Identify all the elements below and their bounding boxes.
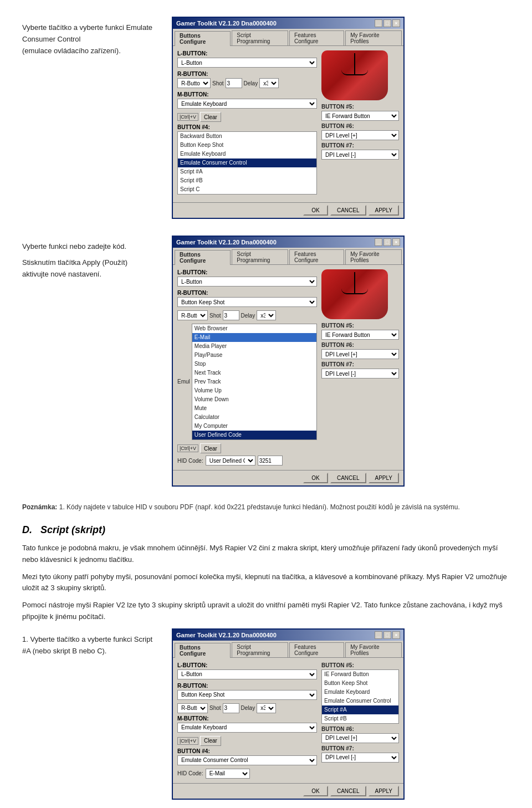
dropdown-item-scriptb[interactable]: Script #B <box>178 176 316 185</box>
m-button-select[interactable]: Emulate Keyboard <box>177 99 317 109</box>
d2-maximize-btn[interactable]: □ <box>383 238 391 246</box>
d3-tab-features[interactable]: Features Configure <box>289 642 344 657</box>
minimize-btn[interactable]: _ <box>375 19 382 27</box>
tab-my-favorite[interactable]: My Favorite Profiles <box>345 30 402 45</box>
d2-shot-input[interactable] <box>223 310 239 320</box>
r-button-select[interactable]: R-Button <box>177 78 211 88</box>
d3-apply-button[interactable]: APPLY <box>369 786 400 796</box>
d3-button6-select[interactable]: DPI Level [+] <box>321 733 399 743</box>
dropdown-item-emkeyboard[interactable]: Emulate Keyboard <box>178 150 316 158</box>
d2-delay-select[interactable]: x3.0 <box>257 310 276 320</box>
d2-r-button-select[interactable]: Button Keep Shot <box>177 297 317 307</box>
consumer-item-mute[interactable]: Mute <box>192 404 316 413</box>
d3-tab-favorite[interactable]: My Favorite Profiles <box>345 642 402 657</box>
consumer-item-playpause[interactable]: Play/Pause <box>192 351 316 360</box>
tab-features-configure[interactable]: Features Configure <box>289 30 344 45</box>
dialog2-content: L-BUTTON: L-Button R-BUTTON: Button Keep… <box>173 265 403 470</box>
d3-clear-button[interactable]: Clear <box>200 736 221 746</box>
clear-button[interactable]: Clear <box>200 112 221 122</box>
d3-b5-scripta[interactable]: Script #A <box>322 705 398 714</box>
d3-b5-emconsumer[interactable]: Emulate Consumer Control <box>322 697 398 705</box>
ok-button[interactable]: OK <box>303 205 328 216</box>
dropdown-item-scripta[interactable]: Script #A <box>178 167 316 176</box>
d3-l-button-select[interactable]: L-Button <box>177 669 317 679</box>
d2-tab-favorite[interactable]: My Favorite Profiles <box>345 249 402 264</box>
d3-m-button-select[interactable]: Emulate Keyboard <box>177 723 317 733</box>
tab-script-programming[interactable]: Script Programming <box>232 30 288 45</box>
d2-close-btn[interactable]: × <box>392 238 400 246</box>
consumer-item-stop[interactable]: Stop <box>192 360 316 369</box>
d2-r-config-row: R-Button Shot Delay x3.0 <box>177 310 317 320</box>
button6-select[interactable]: DPI Level [+] <box>321 130 399 140</box>
d2-button5-select[interactable]: IE Forward Button <box>321 330 399 340</box>
consumer-item-volumedown[interactable]: Volume Down <box>192 395 316 404</box>
delay-select[interactable]: x3.0 <box>259 78 279 88</box>
d2-tab-buttons[interactable]: Buttons Configure <box>175 250 231 265</box>
button5-select[interactable]: IE Forward Button <box>321 111 399 121</box>
d3-r-button-select[interactable]: Button Keep Shot <box>177 690 317 700</box>
d2-tab-features[interactable]: Features Configure <box>289 249 344 264</box>
d3-rbutton-select2[interactable]: R-Button <box>177 703 208 713</box>
d3-tab-script[interactable]: Script Programming <box>232 642 288 657</box>
hid-code-select[interactable]: User Defined Code <box>206 456 255 466</box>
button4-label: BUTTON #4: <box>177 124 317 130</box>
consumer-item-prevtrack[interactable]: Prev Track <box>192 377 316 386</box>
dropdown-item-emconsumer[interactable]: Emulate Consumer Control <box>178 158 316 167</box>
consumer-item-mediaplayer[interactable]: Media Player <box>192 342 316 351</box>
button4-dropdown[interactable]: Backward Button Button Keep Shot Emulate… <box>177 131 317 195</box>
d3-m-button-group: M-BUTTON: Emulate Keyboard <box>177 715 317 733</box>
hid-code-label: HID Code: <box>177 458 203 464</box>
shot-input[interactable] <box>226 78 242 88</box>
consumer-item-mycomputer[interactable]: My Computer <box>192 422 316 431</box>
d3-shot-input[interactable] <box>223 703 239 713</box>
d3-minimize-btn[interactable]: _ <box>375 631 382 639</box>
l-button-select[interactable]: L-Button <box>177 58 317 68</box>
d3-cancel-button[interactable]: CANCEL <box>330 786 366 796</box>
d2-apply-button[interactable]: APPLY <box>369 473 400 483</box>
d3-tab-buttons[interactable]: Buttons Configure <box>175 643 231 658</box>
apply-button[interactable]: APPLY <box>369 205 400 216</box>
consumer-dropdown[interactable]: Web Browser E-Mail Media Player Play/Pau… <box>192 324 317 440</box>
d3-m-button-label: M-BUTTON: <box>177 715 317 722</box>
consumer-item-userdefined[interactable]: User Defined Code <box>192 431 316 439</box>
d3-button7-select[interactable]: DPI Level [-] <box>321 753 399 763</box>
d2-rbutton-select2[interactable]: R-Button <box>177 310 208 320</box>
d2-button6-select[interactable]: DPI Level [+] <box>321 349 399 359</box>
d3-b5-keepshot[interactable]: Button Keep Shot <box>322 679 398 688</box>
d3-hid-code-select[interactable]: E-Mail <box>206 769 250 779</box>
dropdown-item-backward[interactable]: Backward Button <box>178 132 316 141</box>
d2-button7-select[interactable]: DPI Level [-] <box>321 369 399 379</box>
close-btn[interactable]: × <box>392 19 400 27</box>
d2-cancel-button[interactable]: CANCEL <box>330 473 366 483</box>
d2-tab-script[interactable]: Script Programming <box>232 249 288 264</box>
d3-close-btn[interactable]: × <box>392 631 400 639</box>
d3-button5-dropdown[interactable]: IE Forward Button Button Keep Shot Emula… <box>321 669 399 724</box>
cancel-button[interactable]: CANCEL <box>330 205 366 216</box>
d3-maximize-btn[interactable]: □ <box>383 631 391 639</box>
button7-select[interactable]: DPI Level [-] <box>321 150 399 160</box>
d3-b5-emkeyboard[interactable]: Emulate Keyboard <box>322 688 398 697</box>
d3-delay-select[interactable]: x3.0 <box>257 703 276 713</box>
d3-b5-ie-forward[interactable]: IE Forward Button <box>322 670 398 679</box>
consumer-item-volumeup[interactable]: Volume Up <box>192 386 316 395</box>
d3-b5-scriptb[interactable]: Script #B <box>322 714 398 723</box>
d2-l-button-select[interactable]: L-Button <box>177 277 317 287</box>
dialog2-tabs: Buttons Configure Script Programming Fea… <box>173 248 403 265</box>
dropdown-item-keepshot[interactable]: Button Keep Shot <box>178 141 316 150</box>
consumer-item-calculator[interactable]: Calculator <box>192 413 316 422</box>
maximize-btn[interactable]: □ <box>383 19 391 27</box>
d2-ok-button[interactable]: OK <box>303 473 328 483</box>
d3-ok-button[interactable]: OK <box>303 786 328 796</box>
consumer-item-email[interactable]: E-Mail <box>192 333 316 342</box>
d3-button5-group: BUTTON #5: IE Forward Button Button Keep… <box>321 662 399 724</box>
dropdown-item-scriptc[interactable]: Script C <box>178 185 316 194</box>
d2-minimize-btn[interactable]: _ <box>375 238 382 246</box>
tab-buttons-configure[interactable]: Buttons Configure <box>175 31 231 46</box>
d2-clear-button[interactable]: Clear <box>200 443 221 453</box>
section-d-header: D. Script (skript) <box>22 524 510 536</box>
d3-button4-select[interactable]: Emulate Consumer Control <box>177 755 317 765</box>
consumer-item-webbrowser[interactable]: Web Browser <box>192 324 316 333</box>
hid-number-input[interactable] <box>258 456 283 466</box>
dialog3-titlebar-buttons: _ □ × <box>375 631 400 639</box>
consumer-item-nexttrack[interactable]: Next Track <box>192 369 316 377</box>
